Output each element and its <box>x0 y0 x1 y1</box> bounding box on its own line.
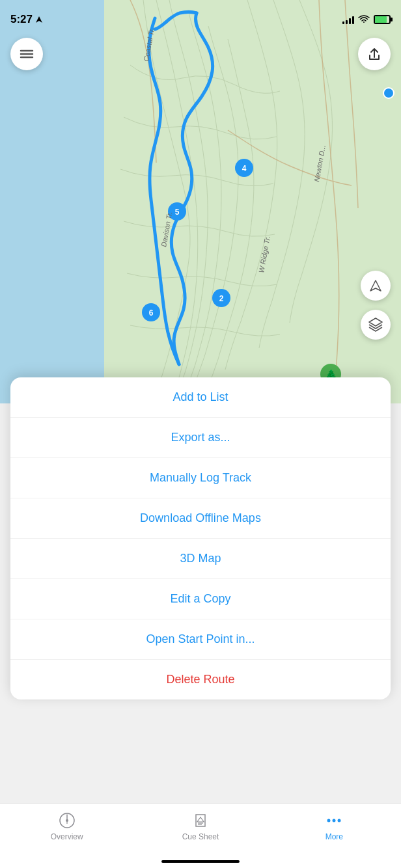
status-icons <box>342 15 391 24</box>
add-to-list-label: Add to List <box>173 390 228 404</box>
layers-button[interactable] <box>361 310 391 340</box>
wifi-icon <box>358 15 370 24</box>
more-label: More <box>325 832 343 841</box>
manually-log-track-label: Manually Log Track <box>150 471 251 485</box>
manually-log-track-item[interactable]: Manually Log Track <box>10 458 391 498</box>
delete-route-item[interactable]: Delete Route <box>10 660 391 699</box>
map-background[interactable]: 4 5 2 6 🌲 Coastal Tr. Davison Tr. W Ridg… <box>0 0 401 403</box>
battery-fill <box>375 16 387 23</box>
svg-text:4: 4 <box>242 164 247 173</box>
3d-map-item[interactable]: 3D Map <box>10 539 391 579</box>
nav-overview[interactable]: i Overview <box>41 811 93 841</box>
open-start-point-item[interactable]: Open Start Point in... <box>10 619 391 660</box>
svg-point-29 <box>333 819 336 822</box>
svg-text:5: 5 <box>175 208 180 217</box>
location-button[interactable] <box>361 271 391 301</box>
context-menu: Add to List Export as... Manually Log Tr… <box>10 377 391 699</box>
open-start-point-label: Open Start Point in... <box>146 632 255 646</box>
svg-text:Newton D...: Newton D... <box>312 144 327 183</box>
svg-text:2: 2 <box>219 294 224 303</box>
edit-a-copy-item[interactable]: Edit a Copy <box>10 579 391 619</box>
status-bar: 5:27 <box>0 0 401 33</box>
delete-route-label: Delete Route <box>166 673 234 686</box>
share-button[interactable] <box>358 38 391 70</box>
overview-icon: i <box>58 811 76 830</box>
svg-point-28 <box>327 819 331 822</box>
cue-sheet-icon <box>191 811 210 830</box>
time-display: 5:27 <box>10 13 33 26</box>
share-icon <box>367 47 381 61</box>
layers-icon <box>368 317 383 332</box>
route-path: 4 5 2 6 🌲 Coastal Tr. Davison Tr. W Ridg… <box>0 0 401 403</box>
cue-sheet-label: Cue Sheet <box>182 832 219 841</box>
hamburger-icon <box>20 49 34 59</box>
svg-marker-20 <box>369 318 382 326</box>
more-icon <box>325 811 343 830</box>
svg-marker-25 <box>197 817 204 822</box>
location-icon <box>368 278 383 293</box>
export-as-label: Export as... <box>171 431 230 444</box>
export-as-item[interactable]: Export as... <box>10 418 391 458</box>
user-location-dot <box>383 87 394 99</box>
signal-icon <box>342 15 354 24</box>
nav-more[interactable]: More <box>308 811 360 841</box>
svg-marker-14 <box>36 16 42 23</box>
download-offline-maps-item[interactable]: Download Offline Maps <box>10 498 391 539</box>
edit-a-copy-label: Edit a Copy <box>170 592 230 606</box>
overview-label: Overview <box>51 832 83 841</box>
menu-button[interactable] <box>10 38 43 70</box>
download-offline-maps-label: Download Offline Maps <box>140 511 261 525</box>
svg-text:6: 6 <box>149 308 154 318</box>
location-arrow-icon <box>35 16 43 23</box>
bottom-navigation: i Overview Cue Sheet More <box>0 803 401 868</box>
svg-text:i: i <box>66 819 68 825</box>
svg-text:W Ridge Tr.: W Ridge Tr. <box>257 236 271 274</box>
3d-map-label: 3D Map <box>180 552 221 565</box>
status-time: 5:27 <box>10 13 43 26</box>
add-to-list-item[interactable]: Add to List <box>10 377 391 418</box>
svg-marker-19 <box>370 280 381 291</box>
home-indicator <box>161 860 240 863</box>
nav-cue-sheet[interactable]: Cue Sheet <box>174 811 227 841</box>
battery-icon <box>374 15 391 24</box>
svg-point-30 <box>338 819 341 822</box>
